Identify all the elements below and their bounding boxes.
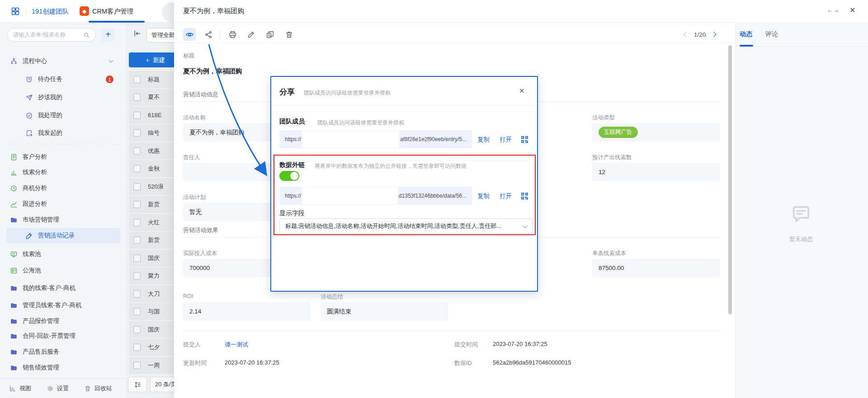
- table-row[interactable]: 火红: [129, 214, 174, 232]
- row-checkbox[interactable]: [133, 255, 141, 262]
- tab-feed[interactable]: 动态: [740, 30, 752, 38]
- row-checkbox[interactable]: [133, 147, 141, 155]
- row-checkbox[interactable]: [133, 94, 141, 101]
- sidebar-item-marketing-records[interactable]: 营销活动记录: [6, 228, 120, 243]
- folder-icon: [10, 317, 18, 325]
- empty-state-text: 暂无动态: [788, 235, 814, 243]
- row-checkbox[interactable]: [133, 290, 141, 298]
- sidebar-item-quote-mgmt[interactable]: 产品报价管理: [0, 314, 127, 328]
- sidebar-item-customer-analysis[interactable]: 客户分析: [0, 150, 127, 164]
- qr-code-icon[interactable]: [520, 135, 529, 144]
- external-link-toggle[interactable]: [279, 171, 299, 181]
- page-size-select[interactable]: 20 条/页: [150, 377, 174, 392]
- sidebar-item-admin-leads[interactable]: 管理员线索-客户-商机: [0, 298, 127, 313]
- open-link-button[interactable]: 打开: [500, 136, 512, 144]
- row-checkbox[interactable]: [133, 326, 141, 333]
- table-row[interactable]: 618E: [129, 107, 174, 124]
- open-link-button[interactable]: 打开: [500, 192, 512, 200]
- prev-record-icon[interactable]: [683, 32, 688, 37]
- table-row[interactable]: 国庆: [129, 321, 174, 339]
- copy-link-button[interactable]: 复制: [477, 136, 490, 144]
- row-checkbox[interactable]: [133, 165, 141, 172]
- app-grid-icon[interactable]: [11, 7, 20, 16]
- table-row[interactable]: 抽号: [129, 124, 174, 142]
- sidebar-item-after-sales[interactable]: 产品售后服务: [0, 345, 127, 359]
- sidebar-item-opportunity-analysis[interactable]: 商机分析: [0, 181, 127, 195]
- sidebar-item-contract-mgmt[interactable]: 合同-回款-开票管理: [0, 329, 127, 343]
- new-record-button[interactable]: ＋ 新建: [129, 52, 174, 67]
- printer-icon: [228, 30, 237, 39]
- form-pen-icon: [25, 232, 33, 240]
- display-fields-select[interactable]: 标题,营销活动信息,活动名称,活动开始时间,活动结束时间,活动类型,责任人,责任…: [279, 218, 533, 234]
- print-button[interactable]: [226, 28, 239, 41]
- dialog-subtitle: 团队成员访问该链接需要登录并授权: [304, 89, 391, 97]
- table-row[interactable]: 夏不: [129, 89, 174, 106]
- edit-button[interactable]: [245, 28, 257, 41]
- table-row[interactable]: 与国: [129, 303, 174, 321]
- tab-team[interactable]: 191创建团队: [32, 7, 69, 16]
- sidebar-item-my-leads[interactable]: 我的线索-客户-商机: [0, 281, 127, 295]
- settings-button[interactable]: 设置: [47, 384, 69, 393]
- sidebar-item-initiated[interactable]: 我发起的: [0, 126, 127, 140]
- add-form-button[interactable]: +: [101, 28, 115, 42]
- preview-button[interactable]: [183, 28, 196, 41]
- sidebar-item-lead-pool[interactable]: 线索池: [0, 247, 127, 261]
- table-row[interactable]: 国庆: [129, 250, 174, 267]
- table-row[interactable]: 七夕: [129, 339, 174, 356]
- meta-value: 2023-07-20 16:37:25: [493, 341, 547, 347]
- recycle-bin-button[interactable]: 回收站: [84, 384, 112, 393]
- table-row[interactable]: 新货: [129, 196, 174, 213]
- close-icon[interactable]: ✕: [849, 6, 855, 14]
- external-link-field[interactable]: https:// d1353f13246bbbe/data/56...: [279, 187, 472, 205]
- sidebar-item-cc-me[interactable]: 抄送我的: [0, 90, 127, 104]
- tab-comments[interactable]: 评论: [765, 30, 778, 38]
- row-checkbox[interactable]: [133, 201, 141, 208]
- sidebar-item-performance[interactable]: 销售绩效管理: [0, 360, 127, 375]
- collapse-panel-button[interactable]: [133, 29, 145, 41]
- row-checkbox[interactable]: [133, 344, 141, 351]
- activity-tabs: 动态 评论: [736, 23, 868, 47]
- table-row[interactable]: 大刀: [129, 285, 174, 303]
- table-row[interactable]: 聚力: [129, 267, 174, 285]
- sidebar-group-process-center[interactable]: 流程中心: [0, 54, 127, 68]
- sidebar-item-followup-analysis[interactable]: 跟进分析: [0, 197, 127, 211]
- row-checkbox[interactable]: [133, 272, 141, 280]
- scrollbar-thumb[interactable]: [728, 45, 732, 314]
- table-row[interactable]: 优惠: [129, 142, 174, 160]
- row-checkbox[interactable]: [133, 237, 141, 244]
- search-input[interactable]: 请输入表单/报表名称: [7, 28, 96, 42]
- tab-crm-app[interactable]: CRM客户管理: [92, 7, 133, 16]
- team-link-field[interactable]: https:// af8f26e1e2f90eeb/entry/5...: [279, 130, 472, 148]
- table-row[interactable]: 新货: [129, 232, 174, 249]
- share-button[interactable]: [202, 28, 215, 41]
- next-record-icon[interactable]: [712, 32, 717, 37]
- external-link-hint: 将表单中的数据发布为独立的公开链接，无需登录即可访问数据: [315, 162, 467, 170]
- row-checkbox[interactable]: [133, 308, 141, 315]
- qr-code-icon[interactable]: [520, 192, 529, 200]
- sidebar-item-public-pool[interactable]: 公海池: [0, 263, 127, 278]
- drawer-header: 夏不为例，幸福团购 ←→ ✕: [174, 0, 868, 23]
- table-row[interactable]: 520浪: [129, 178, 174, 196]
- copy-button[interactable]: [264, 28, 276, 41]
- view-button[interactable]: 视图: [9, 384, 31, 393]
- sidebar-item-handled[interactable]: 我处理的: [0, 108, 127, 123]
- search-icon: [83, 32, 90, 38]
- row-checkbox[interactable]: [133, 219, 141, 226]
- submitter-link[interactable]: 谭一测试: [225, 341, 248, 349]
- sidebar-item-lead-analysis[interactable]: 线索分析: [0, 165, 127, 180]
- field-label: 活动总结: [321, 293, 343, 301]
- row-checkbox[interactable]: [133, 183, 141, 190]
- select-all-checkbox[interactable]: [133, 76, 141, 83]
- row-checkbox[interactable]: [133, 362, 141, 369]
- row-height-button[interactable]: [128, 377, 147, 392]
- table-row[interactable]: 一周: [129, 357, 174, 374]
- expand-icon[interactable]: ←→: [827, 7, 840, 14]
- row-checkbox[interactable]: [133, 112, 141, 119]
- filter-select[interactable]: 管理全部: [146, 28, 174, 43]
- close-icon[interactable]: ✕: [519, 87, 525, 95]
- row-checkbox[interactable]: [133, 129, 141, 137]
- delete-button[interactable]: [283, 28, 295, 41]
- copy-link-button[interactable]: 复制: [477, 192, 490, 200]
- sidebar-item-marketing-mgmt[interactable]: 市场营销管理: [0, 213, 127, 227]
- table-row[interactable]: 金秋: [129, 160, 174, 178]
